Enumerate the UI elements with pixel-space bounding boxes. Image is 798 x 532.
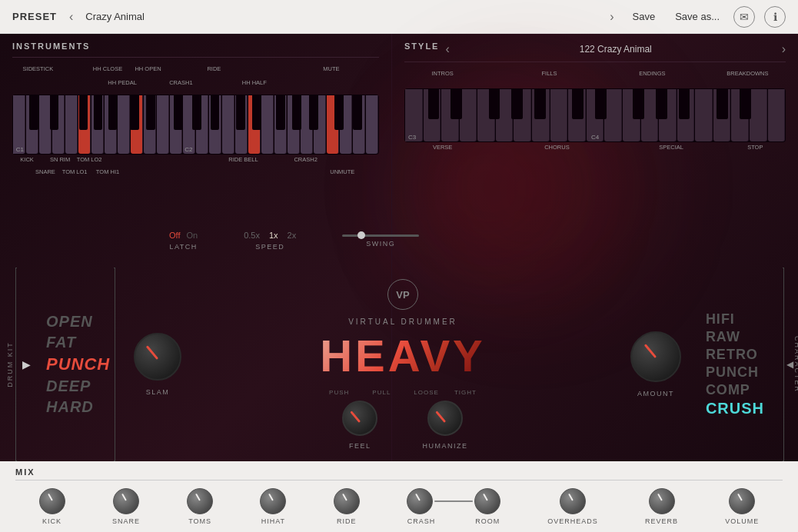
save-as-button[interactable]: Save as... (669, 9, 726, 24)
white-key[interactable] (314, 95, 326, 154)
drum-kit-area: DRUM KIT ▶ OPEN FAT PUNCH deep HARd (0, 268, 123, 461)
mix-knob-overheads[interactable] (560, 488, 586, 514)
mix-knob-crash[interactable] (407, 488, 433, 514)
white-key[interactable] (222, 95, 234, 154)
style-white-key[interactable] (731, 89, 749, 141)
style-white-key[interactable] (659, 89, 677, 141)
mix-item-kick: KICK (39, 488, 65, 525)
drum-kit-item-punch[interactable]: PUNCH (46, 354, 110, 374)
style-white-key[interactable] (641, 89, 659, 141)
latch-on[interactable]: On (186, 231, 198, 240)
white-key[interactable] (340, 95, 352, 154)
preset-prev-button[interactable]: ‹ (65, 8, 78, 25)
preset-next-button[interactable]: › (605, 8, 618, 25)
white-key[interactable] (366, 95, 378, 154)
style-white-key[interactable] (677, 89, 695, 141)
character-item-hifi[interactable]: HIFI (706, 311, 764, 328)
character-arrow[interactable]: ◀ (786, 359, 793, 370)
style-next-button[interactable]: › (782, 42, 786, 56)
style-white-key[interactable] (750, 89, 767, 141)
white-key[interactable] (327, 95, 339, 154)
white-key[interactable] (144, 95, 156, 154)
mix-item-crash: CRASH ROOM (407, 488, 500, 525)
white-key[interactable] (248, 95, 261, 154)
character-item-crush[interactable]: CRUSH (706, 400, 764, 417)
speed-2x[interactable]: 2x (288, 231, 297, 240)
style-title: STYLE (404, 42, 439, 51)
white-key[interactable] (353, 95, 365, 154)
white-key[interactable] (13, 95, 25, 154)
save-button[interactable]: Save (627, 9, 662, 24)
style-white-key[interactable] (424, 89, 441, 141)
white-key[interactable] (288, 95, 300, 154)
character-item-retro[interactable]: RETRO (706, 347, 764, 363)
instruments-keyboard[interactable]: C1 C2 (12, 95, 379, 155)
mix-knob-snare[interactable] (113, 488, 139, 514)
drum-kit-item-deep[interactable]: deep (46, 377, 110, 395)
white-key[interactable] (39, 95, 52, 154)
mix-fader-crash[interactable] (434, 500, 473, 502)
mix-knob-room[interactable] (474, 488, 500, 514)
white-key[interactable] (235, 95, 248, 154)
feel-knob[interactable] (342, 401, 377, 436)
speed-options[interactable]: 0.5x 1x 2x (244, 231, 296, 240)
style-white-key[interactable] (514, 89, 531, 141)
white-key[interactable] (91, 95, 104, 154)
speed-1x[interactable]: 1x (269, 231, 278, 240)
style-white-key[interactable] (623, 89, 640, 141)
mix-knob-volume[interactable] (729, 488, 755, 514)
latch-toggle[interactable]: Off On (169, 231, 198, 240)
mix-knob-reverb[interactable] (649, 488, 675, 514)
mix-knob-ride[interactable] (334, 488, 360, 514)
notification-icon[interactable]: ✉ (733, 6, 755, 28)
speed-half[interactable]: 0.5x (244, 231, 260, 240)
drum-kit-item-fat[interactable]: FAT (46, 334, 110, 351)
character-list: HIFI RAW RETRO PUNCH COMP CRUSH (706, 311, 764, 417)
character-item-punch[interactable]: PUNCH (706, 364, 764, 381)
style-keyboard[interactable]: C3 C4 (404, 88, 786, 142)
white-key[interactable] (52, 95, 65, 154)
style-white-key[interactable] (441, 89, 459, 141)
white-key[interactable] (65, 95, 78, 154)
white-key[interactable] (118, 95, 130, 154)
drum-kit-item-open[interactable]: OPEN (46, 313, 110, 331)
drum-kit-play-button[interactable]: ▶ (18, 357, 34, 372)
white-key[interactable] (26, 95, 38, 154)
white-key[interactable] (131, 95, 143, 154)
style-white-key[interactable] (550, 89, 568, 141)
mix-knob-hihat[interactable] (260, 488, 286, 514)
white-key[interactable] (261, 95, 274, 154)
mix-knob-toms[interactable] (187, 488, 213, 514)
white-key[interactable] (157, 95, 169, 154)
style-white-key[interactable] (568, 89, 586, 141)
white-key[interactable] (196, 95, 208, 154)
style-white-key[interactable] (713, 89, 731, 141)
slam-knob[interactable] (134, 333, 181, 381)
white-key[interactable] (301, 95, 313, 154)
humanize-knob[interactable] (427, 401, 463, 436)
character-item-raw[interactable]: RAW (706, 329, 764, 345)
white-key[interactable] (209, 95, 221, 154)
white-key[interactable] (274, 95, 287, 154)
drum-kit-item-hard[interactable]: HARd (46, 398, 110, 416)
style-white-key[interactable] (460, 89, 477, 141)
style-white-key[interactable] (695, 89, 713, 141)
white-key[interactable] (105, 95, 117, 154)
mix-knob-kick[interactable] (39, 488, 65, 514)
label-crash2: CRASH2 (294, 156, 317, 163)
white-key[interactable] (183, 95, 195, 154)
swing-slider[interactable] (342, 234, 419, 237)
mix-label-kick: KICK (42, 517, 62, 525)
style-prev-button[interactable]: ‹ (445, 42, 449, 56)
style-white-key[interactable] (496, 89, 514, 141)
white-key[interactable] (170, 95, 182, 154)
amount-knob[interactable] (630, 331, 681, 382)
style-white-key[interactable] (477, 89, 495, 141)
character-item-comp[interactable]: COMP (706, 382, 764, 398)
style-white-key[interactable] (768, 89, 786, 141)
info-icon[interactable]: ℹ (764, 6, 786, 28)
style-white-key[interactable] (532, 89, 550, 141)
style-white-key[interactable] (604, 89, 622, 141)
latch-off[interactable]: Off (169, 231, 180, 240)
white-key[interactable] (78, 95, 91, 154)
